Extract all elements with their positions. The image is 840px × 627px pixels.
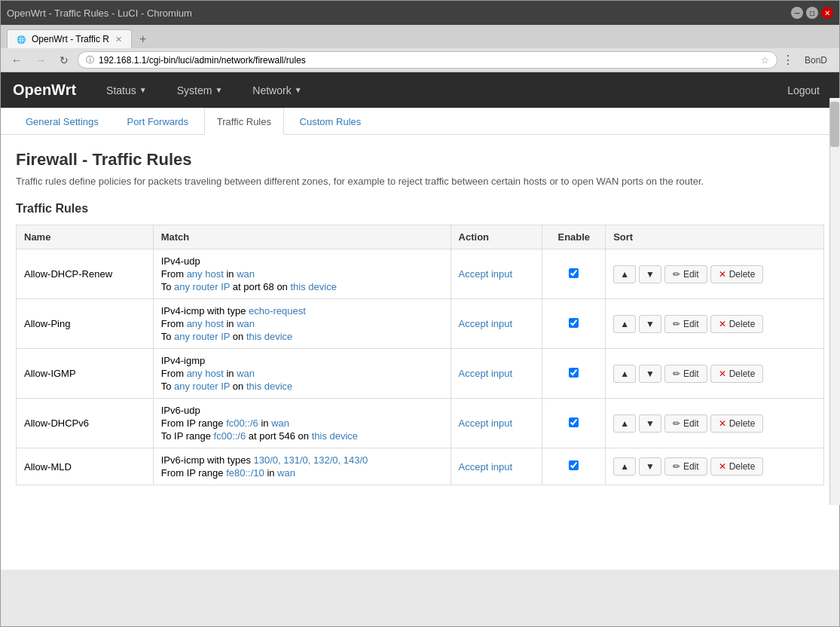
sort-up-button[interactable]: ▲ — [613, 265, 636, 283]
delete-button[interactable]: ✕ Delete — [710, 414, 764, 433]
up-icon: ▲ — [620, 319, 629, 329]
sort-up-button[interactable]: ▲ — [613, 365, 636, 383]
tab-general-settings[interactable]: General Settings — [13, 108, 111, 135]
edit-icon: ✏ — [673, 369, 680, 379]
tab-traffic-rules[interactable]: Traffic Rules — [204, 108, 284, 135]
edit-icon: ✏ — [673, 319, 680, 329]
browser-tab[interactable]: 🌐 OpenWrt - Traffic R ✕ — [7, 29, 132, 48]
url-input[interactable] — [99, 55, 756, 66]
delete-icon: ✕ — [719, 319, 726, 329]
from-zone-link[interactable]: wan — [271, 417, 289, 429]
new-tab-button[interactable]: + — [135, 32, 151, 46]
to-device-link[interactable]: this device — [290, 281, 336, 292]
sort-up-button[interactable]: ▲ — [613, 457, 636, 476]
forward-button[interactable]: → — [31, 53, 50, 68]
rule-controls-dhcp-renew: ▲ ▼ ✏ Edit ✕ — [606, 249, 824, 299]
from-host-link[interactable]: any host — [187, 318, 224, 329]
minimize-button[interactable]: ─ — [791, 7, 803, 19]
nav-item-status[interactable]: Status ▼ — [99, 75, 154, 106]
edit-button[interactable]: ✏ Edit — [664, 365, 707, 383]
logout-link[interactable]: Logout — [780, 75, 827, 106]
sort-up-button[interactable]: ▲ — [613, 315, 636, 333]
rule-match-mld: IPv6-icmp with types 130/0, 131/0, 132/0… — [153, 448, 451, 485]
from-ip-link[interactable]: fe80::/10 — [226, 467, 264, 479]
sort-down-button[interactable]: ▼ — [639, 414, 661, 433]
close-button[interactable]: ✕ — [821, 7, 833, 19]
delete-button[interactable]: ✕ Delete — [710, 457, 764, 476]
up-icon: ▲ — [620, 461, 629, 472]
action-buttons: ✏ Edit ✕ Delete — [664, 365, 763, 383]
table-row: Allow-DHCP-Renew IPv4-udp From any host … — [17, 249, 824, 299]
from-ip-link[interactable]: fc00::/6 — [226, 417, 258, 429]
icmp-types-link[interactable]: 130/0, 131/0, 132/0, 143/0 — [254, 454, 368, 466]
close-tab-icon[interactable]: ✕ — [115, 35, 122, 44]
up-icon: ▲ — [620, 369, 629, 379]
system-caret-icon: ▼ — [215, 86, 222, 94]
rule-action-dhcp-renew: Accept input — [451, 249, 542, 299]
window-controls: ─ □ ✕ — [791, 7, 833, 19]
nav-item-system[interactable]: System ▼ — [170, 75, 231, 106]
col-sort: Sort — [606, 225, 824, 249]
to-device-link[interactable]: this device — [246, 331, 292, 342]
to-ip-link[interactable]: any router IP — [174, 381, 230, 392]
from-zone-link[interactable]: wan — [237, 368, 255, 379]
delete-button[interactable]: ✕ Delete — [710, 265, 764, 283]
edit-button[interactable]: ✏ Edit — [664, 265, 707, 283]
col-action: Action — [451, 225, 542, 249]
up-icon: ▲ — [620, 269, 629, 280]
delete-button[interactable]: ✕ Delete — [710, 315, 764, 333]
sort-buttons: ▲ ▼ — [613, 265, 661, 283]
from-host-link[interactable]: any host — [187, 368, 224, 379]
sort-buttons: ▲ ▼ — [613, 365, 661, 383]
edit-button[interactable]: ✏ Edit — [664, 457, 707, 476]
sort-down-button[interactable]: ▼ — [639, 315, 661, 333]
sort-down-button[interactable]: ▼ — [639, 457, 661, 476]
bookmark-icon[interactable]: ☆ — [761, 55, 769, 66]
page-title: Firewall - Traffic Rules — [16, 150, 824, 170]
secure-icon: ⓘ — [86, 54, 94, 66]
enable-checkbox-mld[interactable] — [569, 460, 579, 470]
rule-enable-dhcpv6 — [542, 399, 606, 448]
to-ip-link[interactable]: any router IP — [174, 281, 230, 292]
sort-up-button[interactable]: ▲ — [613, 414, 636, 433]
reload-button[interactable]: ↻ — [55, 53, 73, 68]
scrollbar-thumb[interactable] — [830, 102, 839, 147]
nav-item-network[interactable]: Network ▼ — [245, 75, 309, 106]
tab-custom-rules[interactable]: Custom Rules — [287, 108, 374, 135]
down-icon: ▼ — [646, 418, 655, 429]
from-zone-link[interactable]: wan — [237, 268, 255, 280]
to-ip-link[interactable]: any router IP — [174, 331, 230, 342]
enable-checkbox-dhcpv6[interactable] — [569, 417, 579, 427]
sort-down-button[interactable]: ▼ — [639, 265, 661, 283]
tab-title: OpenWrt - Traffic R — [32, 34, 109, 44]
to-device-link[interactable]: this device — [312, 430, 358, 442]
delete-button[interactable]: ✕ Delete — [710, 365, 764, 383]
icmp-type-link[interactable]: echo-request — [249, 305, 306, 317]
rule-match-igmp: IPv4-igmp From any host in wan To any ro… — [153, 349, 451, 399]
openwrt-app: OpenWrt Status ▼ System ▼ Network ▼ Logo… — [1, 72, 839, 570]
sort-buttons: ▲ ▼ — [613, 457, 661, 476]
sort-buttons: ▲ ▼ — [613, 414, 661, 433]
from-zone-link[interactable]: wan — [277, 467, 295, 479]
sort-down-button[interactable]: ▼ — [639, 365, 661, 383]
to-ip-link[interactable]: fc00::/6 — [214, 430, 246, 442]
enable-checkbox-igmp[interactable] — [569, 368, 579, 378]
page-description: Traffic rules define policies for packet… — [16, 176, 824, 187]
from-zone-link[interactable]: wan — [237, 318, 255, 329]
tab-port-forwards[interactable]: Port Forwards — [114, 108, 201, 135]
back-button[interactable]: ← — [7, 53, 26, 68]
rule-name-ping: Allow-Ping — [17, 299, 154, 349]
brand-logo: OpenWrt — [13, 72, 76, 108]
edit-button[interactable]: ✏ Edit — [664, 414, 707, 433]
nav-bar: ← → ↻ ⓘ ☆ ⋮ BonD — [1, 48, 839, 72]
edit-button[interactable]: ✏ Edit — [664, 315, 707, 333]
to-device-link[interactable]: this device — [246, 381, 292, 392]
browser-menu-button[interactable]: ⋮ — [782, 53, 794, 67]
enable-checkbox-ping[interactable] — [569, 318, 579, 328]
scrollbar-track[interactable] — [829, 98, 840, 505]
enable-checkbox-dhcp-renew[interactable] — [569, 268, 579, 278]
maximize-button[interactable]: □ — [806, 7, 818, 19]
network-caret-icon: ▼ — [295, 86, 302, 94]
from-host-link[interactable]: any host — [187, 268, 224, 280]
down-icon: ▼ — [646, 369, 655, 379]
